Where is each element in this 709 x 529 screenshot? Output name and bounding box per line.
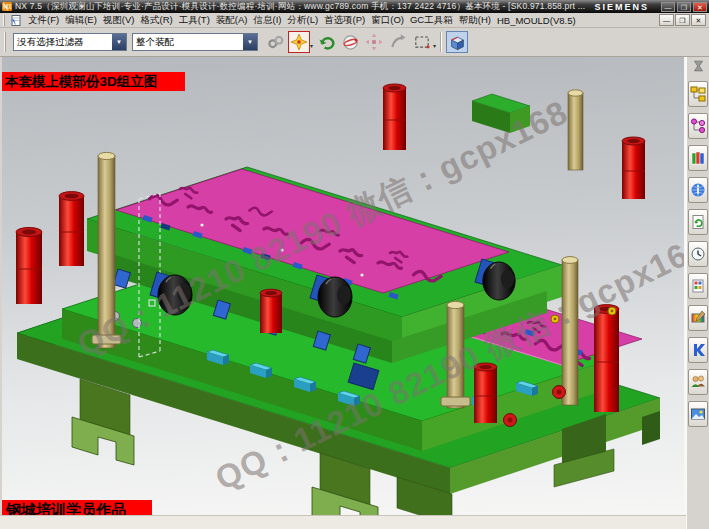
snap-point-dropdown[interactable]: ▾ bbox=[310, 42, 313, 49]
part-file-icon bbox=[11, 15, 22, 26]
toolbar-grip[interactable] bbox=[4, 32, 9, 52]
part-navigator-icon bbox=[690, 150, 706, 166]
marquee-rect-icon bbox=[413, 33, 431, 51]
snap-star-icon bbox=[290, 33, 308, 51]
menu-assemblies[interactable]: 装配(A) bbox=[213, 14, 251, 27]
interpart-links-button[interactable] bbox=[264, 31, 286, 53]
chevron-down-icon[interactable]: ▼ bbox=[243, 34, 257, 50]
gears-icon bbox=[266, 33, 284, 51]
rectangle-select-button[interactable] bbox=[411, 31, 433, 53]
menu-bar: 文件(F) 编辑(E) 视图(V) 格式(R) 工具(T) 装配(A) 信息(I… bbox=[0, 13, 709, 28]
constraint-navigator-icon bbox=[690, 118, 706, 134]
materials-button[interactable] bbox=[688, 305, 708, 331]
selection-filter-combo[interactable]: 没有选择过滤器 ▼ bbox=[13, 33, 127, 51]
roles-people-icon bbox=[690, 374, 706, 390]
window-bottom-edge bbox=[0, 515, 686, 529]
resourcebar-pin-button[interactable] bbox=[689, 58, 707, 74]
visual-reports-icon bbox=[690, 342, 706, 358]
reuse-library-icon bbox=[690, 214, 706, 230]
menu-format[interactable]: 格式(R) bbox=[137, 14, 175, 27]
move-object-button[interactable] bbox=[363, 31, 385, 53]
selection-filter-value: 没有选择过滤器 bbox=[14, 36, 112, 49]
backgrounds-image-icon bbox=[690, 406, 706, 422]
roles-button[interactable] bbox=[688, 369, 708, 395]
materials-rainbow-icon bbox=[690, 310, 706, 326]
close-button[interactable]: ✕ bbox=[693, 2, 707, 12]
undo-icon bbox=[317, 33, 335, 51]
menu-gc-toolbox[interactable]: GC工具箱 bbox=[407, 14, 456, 27]
assembly-navigator-icon bbox=[690, 86, 706, 102]
window-title: NX 7.5（深圳观澜山下培训·专业·产品设计·模具设计·数控编程·培训·网站：… bbox=[15, 0, 588, 13]
reuse-library-button[interactable] bbox=[688, 209, 708, 235]
menu-view[interactable]: 视图(V) bbox=[100, 14, 138, 27]
constraint-navigator-button[interactable] bbox=[688, 113, 708, 139]
menu-help[interactable]: 帮助(H) bbox=[456, 14, 494, 27]
siemens-logo: SIEMENS bbox=[594, 2, 649, 12]
internet-icon bbox=[690, 182, 706, 198]
palette-icon bbox=[690, 278, 706, 294]
assembly-scope-combo[interactable]: 整个装配 ▼ bbox=[132, 33, 258, 51]
title-bar: NX 7.5（深圳观澜山下培训·专业·产品设计·模具设计·数控编程·培训·网站：… bbox=[0, 0, 709, 13]
undo-button[interactable] bbox=[315, 31, 337, 53]
menu-file[interactable]: 文件(F) bbox=[25, 14, 62, 27]
menu-grip[interactable] bbox=[3, 15, 8, 26]
pillar-housing-block[interactable] bbox=[472, 94, 530, 133]
swoosh-arrow-icon bbox=[389, 33, 407, 51]
history-clock-icon bbox=[690, 246, 706, 262]
rotate-view-button[interactable] bbox=[387, 31, 409, 53]
doc-close-button[interactable]: ✕ bbox=[691, 14, 706, 26]
palettes-button[interactable] bbox=[688, 273, 708, 299]
assembly-title-label: 本套模上模部份3D组立图 bbox=[2, 72, 185, 91]
maximize-button[interactable]: ❐ bbox=[677, 2, 691, 12]
pin-icon bbox=[692, 60, 705, 72]
menu-information[interactable]: 信息(I) bbox=[251, 14, 285, 27]
minimize-button[interactable]: — bbox=[661, 2, 675, 12]
snap-point-button[interactable] bbox=[288, 31, 310, 53]
trainee-credit-label: 钢城培训学员作品 bbox=[2, 500, 152, 515]
history-button[interactable] bbox=[688, 241, 708, 267]
menu-analysis[interactable]: 分析(L) bbox=[284, 14, 321, 27]
shaded-cube-icon bbox=[448, 33, 467, 52]
assembly-navigator-button[interactable] bbox=[688, 81, 708, 107]
internet-explorer-button[interactable] bbox=[688, 177, 708, 203]
toolbar-separator bbox=[440, 32, 442, 52]
orbit-view-button[interactable] bbox=[339, 31, 361, 53]
mold-assembly-3d-model[interactable] bbox=[2, 57, 686, 515]
nx-app-icon bbox=[2, 2, 12, 11]
shaded-view-button[interactable] bbox=[446, 31, 468, 53]
document-window-controls: — ❐ ✕ bbox=[658, 14, 706, 26]
move-cross-icon bbox=[365, 33, 383, 51]
selection-toolbar: 没有选择过滤器 ▼ 整个装配 ▼ ▾ bbox=[0, 28, 709, 57]
orbit-sphere-icon bbox=[341, 33, 360, 52]
backgrounds-button[interactable] bbox=[688, 401, 708, 427]
menu-edit[interactable]: 编辑(E) bbox=[62, 14, 100, 27]
part-navigator-button[interactable] bbox=[688, 145, 708, 171]
doc-minimize-button[interactable]: — bbox=[659, 14, 674, 26]
visual-reports-button[interactable] bbox=[688, 337, 708, 363]
menu-window[interactable]: 窗口(O) bbox=[368, 14, 407, 27]
menu-hb-mould[interactable]: HB_MOULD(V8.5) bbox=[494, 15, 579, 26]
menu-tools[interactable]: 工具(T) bbox=[176, 14, 213, 27]
chevron-down-icon[interactable]: ▼ bbox=[112, 34, 126, 50]
graphics-viewport[interactable]: QQ：11210 82190 微信：gcpx168 QQ：11210 82190… bbox=[0, 57, 686, 515]
rectangle-select-dropdown[interactable]: ▾ bbox=[433, 42, 436, 49]
resource-bar bbox=[686, 57, 709, 529]
assembly-scope-value: 整个装配 bbox=[133, 36, 243, 49]
menu-preferences[interactable]: 首选项(P) bbox=[321, 14, 368, 27]
doc-restore-button[interactable]: ❐ bbox=[675, 14, 690, 26]
